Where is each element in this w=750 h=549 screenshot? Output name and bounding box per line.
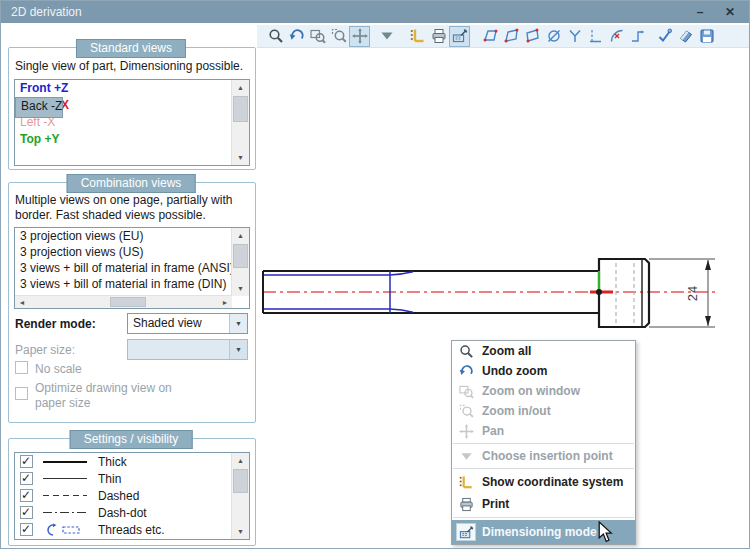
- menu-separator: [453, 517, 634, 518]
- menu-separator: [453, 468, 634, 469]
- zoom-window-button[interactable]: [307, 26, 328, 47]
- scroll-up-icon[interactable]: [232, 453, 249, 468]
- dimensioning-mode-button[interactable]: [449, 26, 470, 47]
- minimize-button[interactable]: –: [685, 1, 715, 23]
- zoom-all-button[interactable]: [265, 26, 286, 47]
- angle-dimension-icon: [609, 28, 625, 44]
- dashed-checkbox[interactable]: [20, 489, 33, 502]
- list-item[interactable]: Front +Z: [15, 80, 232, 97]
- dimension-datum-button[interactable]: [564, 26, 585, 47]
- undo-zoom-button[interactable]: [286, 26, 307, 47]
- list-item[interactable]: 3 projection views (US): [15, 244, 232, 260]
- list-item[interactable]: 3 views + bill of material in frame (ANS…: [15, 260, 232, 276]
- zoom-in-out-button[interactable]: [328, 26, 349, 47]
- dimension-leader-button[interactable]: [627, 26, 648, 47]
- render-mode-select[interactable]: Shaded view: [127, 313, 248, 334]
- dimension-value: 24: [685, 285, 700, 301]
- dashed-line-sample: [43, 495, 87, 496]
- horizontal-scrollbar[interactable]: [15, 295, 232, 308]
- show-coordinate-system-button[interactable]: [407, 26, 428, 47]
- list-item[interactable]: Top +Y: [15, 131, 232, 148]
- paper-size-label: Paper size:: [15, 343, 75, 358]
- drawing-toolbar: [257, 25, 749, 48]
- print-button[interactable]: [428, 26, 449, 47]
- scrollbar-thumb[interactable]: [110, 297, 146, 307]
- scroll-down-icon[interactable]: [232, 150, 249, 165]
- dialog-2d-derivation: 2D derivation – ✕ Standard views Single …: [0, 0, 750, 549]
- close-button[interactable]: ✕: [715, 1, 745, 23]
- save-icon: [699, 28, 715, 44]
- dimensioning-mode-icon: [456, 523, 476, 541]
- pan-button[interactable]: [349, 26, 370, 47]
- list-item[interactable]: 3 projection views (EU): [15, 228, 232, 244]
- standard-views-list: Front +Z Back -Z Right +X Left -X Top +Y: [14, 79, 250, 166]
- dimension-ordinate-button[interactable]: [585, 26, 606, 47]
- zoom-window-icon: [456, 382, 476, 400]
- thick-checkbox[interactable]: [20, 455, 33, 468]
- standard-views-header: Standard views: [76, 39, 186, 58]
- coordinate-system-icon: [410, 28, 426, 44]
- vertical-scrollbar[interactable]: [231, 228, 249, 296]
- scroll-down-icon[interactable]: [232, 281, 249, 296]
- list-item[interactable]: Dashed: [15, 487, 232, 504]
- vertical-scrollbar[interactable]: [231, 453, 249, 539]
- paper-size-select: [127, 339, 248, 360]
- thin-checkbox[interactable]: [20, 472, 33, 485]
- menu-item-zoom-in-out[interactable]: Zoom in/out: [452, 401, 635, 421]
- dimension-inclined-button[interactable]: [522, 26, 543, 47]
- insertion-point-dropdown[interactable]: [376, 26, 397, 47]
- title-bar[interactable]: 2D derivation: [1, 1, 749, 23]
- dimension-chain-icon: [504, 28, 520, 44]
- list-item[interactable]: Dash-dot: [15, 504, 232, 521]
- combination-views-list: 3 projection views (EU) 3 projection vie…: [14, 227, 250, 309]
- dimension-distance-button[interactable]: [480, 26, 501, 47]
- zoom-all-icon: [268, 28, 284, 44]
- menu-item-undo-zoom[interactable]: Undo zoom: [452, 361, 635, 381]
- dimension-angle-button[interactable]: [606, 26, 627, 47]
- menu-item-zoom-all[interactable]: Zoom all: [452, 341, 635, 361]
- setting-label: Dash-dot: [98, 506, 147, 520]
- list-item[interactable]: 3 views + bill of material in frame (DIN…: [15, 276, 232, 292]
- list-item[interactable]: Thick: [15, 453, 232, 470]
- scrollbar-thumb[interactable]: [233, 244, 248, 268]
- chevron-down-icon[interactable]: [229, 314, 247, 333]
- scroll-left-icon[interactable]: [15, 296, 29, 308]
- standard-views-description: Single view of part, Dimensioning possib…: [15, 59, 247, 74]
- dimension-check-button[interactable]: [654, 26, 675, 47]
- scroll-right-icon[interactable]: [218, 296, 232, 308]
- scroll-up-icon[interactable]: [232, 80, 249, 95]
- pan-icon: [456, 422, 476, 440]
- menu-item-pan[interactable]: Pan: [452, 421, 635, 441]
- setting-label: Dashed: [98, 489, 139, 503]
- window-title: 2D derivation: [1, 5, 82, 19]
- insertion-point-marker[interactable]: [596, 289, 602, 295]
- list-item-selected[interactable]: Back -Z: [15, 97, 63, 118]
- diameter-icon: [546, 28, 562, 44]
- chevron-down-icon: [456, 447, 476, 465]
- dimension-delete-button[interactable]: [675, 26, 696, 47]
- menu-item-zoom-on-window[interactable]: Zoom on window: [452, 381, 635, 401]
- scrollbar-thumb[interactable]: [233, 96, 248, 122]
- chevron-down-icon: [379, 28, 395, 44]
- scroll-up-icon[interactable]: [232, 228, 249, 243]
- list-item[interactable]: Threads etc.: [15, 521, 232, 538]
- dimension-arrow-down: [705, 316, 711, 326]
- save-button[interactable]: [696, 26, 717, 47]
- dimension-chain-button[interactable]: [501, 26, 522, 47]
- dimension-diameter-button[interactable]: [543, 26, 564, 47]
- dash-dot-checkbox[interactable]: [20, 506, 33, 519]
- menu-item-show-coordinate-system[interactable]: Show coordinate system: [452, 471, 635, 493]
- scrollbar-thumb[interactable]: [233, 469, 248, 493]
- zoom-window-icon: [310, 28, 326, 44]
- threads-checkbox[interactable]: [20, 523, 33, 536]
- zoom-all-icon: [456, 342, 476, 360]
- vertical-scrollbar[interactable]: [231, 80, 249, 165]
- combination-views-description: Multiple views on one page, partially wi…: [15, 193, 243, 223]
- scroll-down-icon[interactable]: [232, 524, 249, 539]
- leader-icon: [630, 28, 646, 44]
- menu-item-print[interactable]: Print: [452, 493, 635, 515]
- menu-item-choose-insertion-point[interactable]: Choose insertion point: [452, 446, 635, 466]
- list-item[interactable]: Thin: [15, 470, 232, 487]
- mouse-cursor: [598, 521, 613, 543]
- settings-visibility-header: Settings / visibility: [70, 430, 193, 449]
